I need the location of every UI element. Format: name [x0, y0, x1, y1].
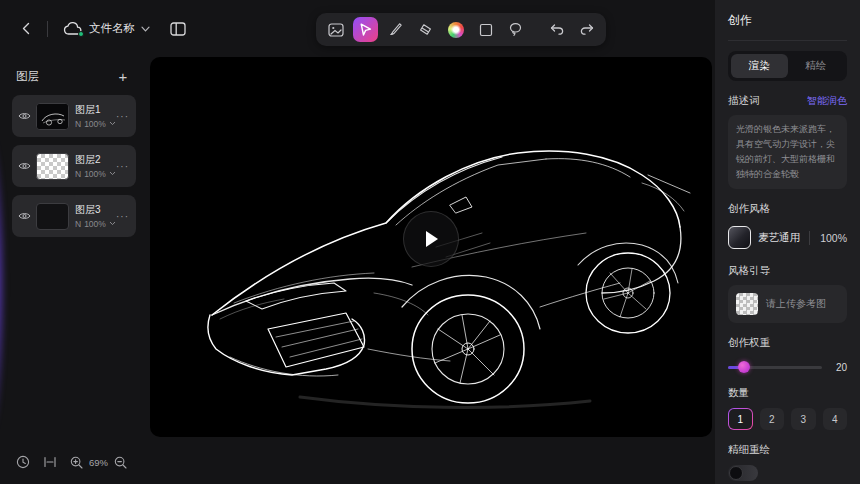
layer-meta: 图层3 N 100% — [75, 204, 116, 229]
play-icon — [422, 229, 440, 249]
weight-label: 创作权重 — [728, 336, 770, 350]
tab-render[interactable]: 渲染 — [731, 54, 788, 78]
zoom-out-button[interactable] — [114, 456, 127, 469]
layer-visibility-toggle[interactable] — [18, 161, 31, 171]
upload-placeholder-text: 请上传参考图 — [766, 297, 826, 311]
style-name: 麦艺通用 — [758, 231, 800, 245]
layer-opacity: 100% — [84, 119, 106, 129]
toggle-knob — [729, 466, 743, 480]
smart-polish-link[interactable]: 智能润色 — [807, 94, 847, 108]
redo-button[interactable] — [574, 17, 599, 42]
style-strength-value[interactable]: 100% — [820, 232, 847, 244]
fit-width-icon — [43, 456, 57, 468]
eraser-icon — [418, 22, 433, 37]
layer-thumbnail-black — [36, 203, 69, 230]
layer-visibility-toggle[interactable] — [18, 111, 31, 121]
style-thumbnail — [728, 226, 751, 249]
layer-more-button[interactable]: ··· — [116, 161, 129, 172]
drawing-canvas[interactable] — [150, 57, 712, 437]
file-name-menu[interactable]: 文件名称 — [57, 18, 156, 40]
file-name-label: 文件名称 — [89, 21, 135, 36]
back-button[interactable] — [14, 17, 38, 41]
zoom-in-button[interactable] — [70, 456, 83, 469]
main-toolbar — [316, 13, 606, 46]
blend-mode: N — [75, 219, 81, 229]
redo-icon — [579, 23, 595, 36]
select-tool-button[interactable] — [353, 17, 378, 42]
sync-status-dot — [78, 31, 84, 37]
undo-button[interactable] — [544, 17, 569, 42]
fit-to-screen-button[interactable] — [43, 456, 57, 468]
layer-thumbnail-transparent — [36, 153, 69, 180]
weight-slider-row: 20 — [728, 361, 847, 373]
layer-opacity: 100% — [84, 169, 106, 179]
image-tool-button[interactable] — [323, 17, 348, 42]
sidebar-layout-icon — [170, 22, 186, 36]
layer-name: 图层2 — [75, 154, 116, 166]
layer-blend-opacity[interactable]: N 100% — [75, 169, 116, 179]
weight-slider[interactable] — [728, 361, 822, 373]
layer-row-3[interactable]: 图层3 N 100% ··· — [12, 195, 136, 237]
panel-toggle-button[interactable] — [166, 17, 190, 41]
chevron-down-icon — [109, 171, 116, 176]
chevron-down-icon — [109, 221, 116, 226]
eye-icon — [18, 111, 31, 121]
cloud-logo-icon — [63, 21, 83, 37]
shape-tool-button[interactable] — [473, 17, 498, 42]
eraser-tool-button[interactable] — [413, 17, 438, 42]
quantity-option-1[interactable]: 1 — [728, 408, 753, 430]
back-arrow-icon — [19, 21, 34, 36]
brush-tool-button[interactable] — [383, 17, 408, 42]
color-picker-tool-button[interactable] — [443, 17, 468, 42]
quantity-header: 数量 — [728, 386, 847, 400]
zoom-in-icon — [70, 456, 83, 469]
add-layer-button[interactable]: + — [114, 67, 132, 85]
prompt-textarea[interactable]: 光滑的银色未来派跑车，具有空气动力学设计，尖锐的前灯、大型前格栅和独特的合金轮毂 — [728, 115, 847, 189]
lasso-tool-button[interactable] — [503, 17, 528, 42]
app-window: 文件名称 — [0, 0, 860, 484]
layers-header: 图层 + — [0, 65, 148, 95]
zoom-out-icon — [114, 456, 127, 469]
transparent-placeholder-icon — [736, 293, 758, 315]
layer-name: 图层3 — [75, 204, 116, 216]
quantity-options: 1 2 3 4 — [728, 408, 847, 430]
refine-label: 精细重绘 — [728, 443, 770, 457]
quantity-option-3[interactable]: 3 — [791, 408, 816, 430]
play-button[interactable] — [403, 211, 459, 267]
layer-visibility-toggle[interactable] — [18, 211, 31, 221]
layer-meta: 图层2 N 100% — [75, 154, 116, 179]
layer-blend-opacity[interactable]: N 100% — [75, 119, 116, 129]
refine-toggle[interactable] — [728, 465, 758, 481]
layer-meta: 图层1 N 100% — [75, 104, 116, 129]
slider-thumb[interactable] — [738, 361, 750, 373]
quantity-option-2[interactable]: 2 — [760, 408, 785, 430]
blend-mode: N — [75, 119, 81, 129]
style-label: 创作风格 — [728, 202, 770, 216]
color-wheel-icon — [448, 22, 464, 38]
layers-panel: 图层 + 图层1 — [0, 57, 148, 440]
reference-upload-button[interactable]: 请上传参考图 — [728, 285, 847, 323]
layer-row-1[interactable]: 图层1 N 100% ··· — [12, 95, 136, 137]
zoom-level-label[interactable]: 69% — [89, 457, 108, 468]
layer-name: 图层1 — [75, 104, 116, 116]
topbar-divider — [47, 21, 48, 37]
layer-more-button[interactable]: ··· — [116, 111, 129, 122]
lasso-icon — [508, 22, 523, 37]
style-divider — [809, 231, 810, 245]
history-button[interactable] — [16, 455, 30, 469]
style-selector[interactable]: 麦艺通用 100% — [728, 224, 847, 251]
tab-refine[interactable]: 精绘 — [788, 54, 845, 78]
layer-blend-opacity[interactable]: N 100% — [75, 219, 116, 229]
layer-row-2[interactable]: 图层2 N 100% ··· — [12, 145, 136, 187]
weight-value: 20 — [831, 362, 847, 373]
chevron-down-icon — [141, 26, 150, 32]
style-guide-label: 风格引导 — [728, 264, 770, 278]
quantity-option-4[interactable]: 4 — [823, 408, 848, 430]
prompt-header: 描述词 智能润色 — [728, 94, 847, 108]
style-guide-header: 风格引导 — [728, 264, 847, 278]
image-icon — [328, 23, 344, 37]
prompt-label: 描述词 — [728, 94, 760, 108]
zoom-controls: 69% — [70, 456, 127, 469]
rectangle-icon — [479, 23, 493, 37]
layer-more-button[interactable]: ··· — [116, 211, 129, 222]
